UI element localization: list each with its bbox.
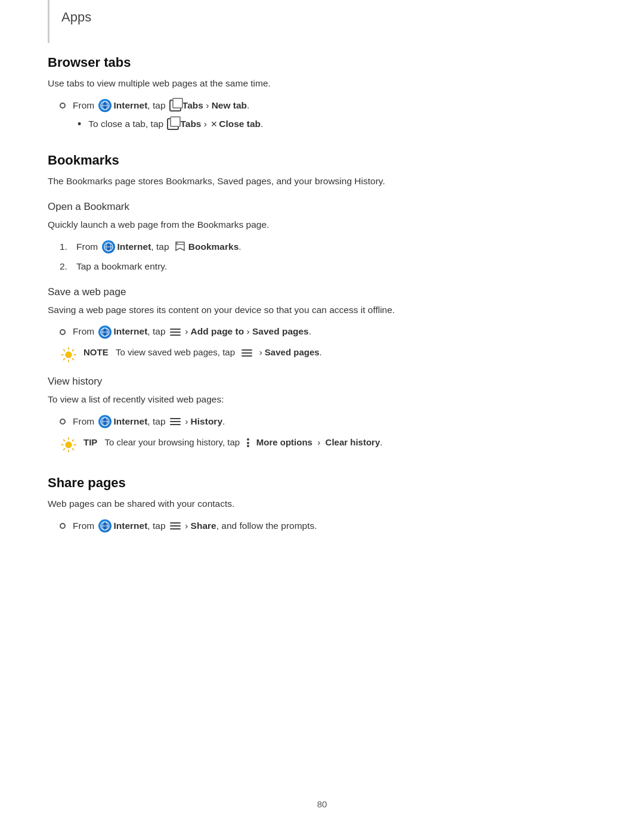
internet-label: Internet [113,98,147,113]
tap-history: tap [153,414,166,429]
num-label-2: 2. [60,259,74,274]
instruction-1-content: From Internet, tap [76,240,242,255]
tabs-icon2: 1 [167,118,179,130]
tip-icon-history [60,436,78,454]
internet-icon-history [98,415,112,428]
svg-point-29 [66,442,72,448]
arrow-right: › [203,98,212,113]
save-instruction-content: From Internet, tap [73,324,311,339]
circle-bullet-icon [60,103,66,109]
svg-line-22 [72,350,73,351]
browser-tabs-instructions: From Internet, tap 1 Tabs › [48,98,596,132]
tabs-label: Tabs [182,98,203,113]
share-pages-body: Web pages can be shared with your contac… [48,497,596,512]
view-history-instructions: From Internet, tap [48,414,596,429]
tap-bookmark-entry: Tap a bookmark entry. [76,259,167,274]
subsection-title-open-bookmark: Open a Bookmark [48,201,596,213]
clear-history-label: Clear history [326,437,380,447]
note-text-save: NOTE To view saved web pages, tap › Save… [83,345,322,360]
subsection-title-save-web-page: Save a web page [48,286,596,298]
circle-bullet-share [60,523,66,529]
note-icon-save [60,346,78,364]
instruction-content: From Internet, tap 1 Tabs › [73,98,249,113]
share-label: Share [191,519,216,534]
svg-line-23 [64,359,65,360]
tip-text-history: TIP To clear your browsing history, tap … [83,435,382,450]
save-web-page-body: Saving a web page stores its content on … [48,303,596,318]
svg-line-21 [72,359,73,360]
more-options-label: More options [256,437,312,447]
new-tab-label: New tab [212,98,247,113]
internet-label-share: Internet [113,519,147,534]
svg-line-36 [72,439,73,441]
subsection-save-web-page: Save a web page Saving a web page stores… [48,286,596,364]
menu-icon-share [170,522,181,529]
saved-pages-note: Saved pages [265,347,320,357]
tabs-icon: 1 [169,100,181,112]
tap-label2: tap [151,117,164,132]
internet-icon-save [98,326,112,339]
internet-label-bm1: Internet [117,240,151,255]
more-options-icon [246,438,249,447]
circle-bullet-save [60,329,66,335]
page-footer: 80 [0,799,644,809]
share-instruction-content: From Internet, tap › [73,519,317,534]
view-history-body: To view a list of recently visited web p… [48,392,596,407]
menu-icon-save [170,329,181,336]
note-label-save: NOTE [83,347,109,357]
list-item-close-tab: • To close a tab, tap 1 Tabs › ✕ Close t… [48,117,596,132]
menu-icon-note [242,349,252,357]
bookmarks-body: The Bookmarks page stores Bookmarks, Sav… [48,174,596,189]
tap-label: tap [153,98,166,113]
arrow-right2: › [201,117,209,132]
list-item: From Internet, tap 1 Tabs › [48,98,596,113]
list-item-save: From Internet, tap [48,324,596,339]
internet-icon-share [98,519,112,532]
sun-tip-icon [60,436,77,453]
from-history: From [73,414,94,429]
section-bookmarks: Bookmarks The Bookmarks page stores Book… [48,153,596,453]
saved-pages-label: Saved pages [252,324,309,339]
open-bookmark-body: Quickly launch a web page from the Bookm… [48,218,596,233]
section-share-pages: Share pages Web pages can be shared with… [48,475,596,534]
note-box-save: NOTE To view saved web pages, tap › Save… [60,345,596,364]
internet-icon-bm1 [102,240,115,253]
internet-label-save: Internet [113,324,147,339]
tip-box-history: TIP To clear your browsing history, tap … [60,435,596,454]
save-page-instructions: From Internet, tap [48,324,596,339]
internet-icon [98,99,112,112]
share-pages-instructions: From Internet, tap › [48,519,596,534]
tabs-label2: Tabs [180,117,201,132]
list-item-2: 2. Tap a bookmark entry. [48,259,596,274]
svg-line-37 [64,448,65,450]
open-bookmark-instructions: 1. From Internet, tap [48,240,596,274]
history-instruction-content: From Internet, tap [73,414,225,429]
tap-share: tap [153,519,166,534]
section-title-share-pages: Share pages [48,475,596,491]
from-label-bm: From [76,240,98,255]
svg-point-10 [177,243,178,244]
sun-note-icon [60,346,77,363]
close-x-icon: ✕ [210,117,218,131]
bullet-dot: • [78,119,81,129]
num-label-1: 1. [60,240,74,255]
browser-tabs-body: Use tabs to view multiple web pages at t… [48,76,596,91]
tip-label-history: TIP [83,437,97,447]
history-label: History [191,414,222,429]
page-number: 80 [317,799,327,809]
subsection-view-history: View history To view a list of recently … [48,376,596,454]
close-tab-label: Close tab [219,117,261,132]
svg-line-35 [72,448,73,450]
close-tab-content: To close a tab, tap 1 Tabs › ✕ Close tab… [88,117,263,132]
list-item-1: 1. From Internet, tap [48,240,596,255]
bookmark-flag-icon [174,241,187,252]
section-title-browser-tabs: Browser tabs [48,55,596,70]
menu-icon-history [170,418,181,425]
from-save: From [73,324,94,339]
subsection-title-view-history: View history [48,376,596,388]
internet-label-history: Internet [113,414,147,429]
from-label: From [73,98,94,113]
subsection-open-bookmark: Open a Bookmark Quickly launch a web pag… [48,201,596,274]
header-bar: Apps [48,0,596,43]
circle-bullet-history [60,419,66,425]
